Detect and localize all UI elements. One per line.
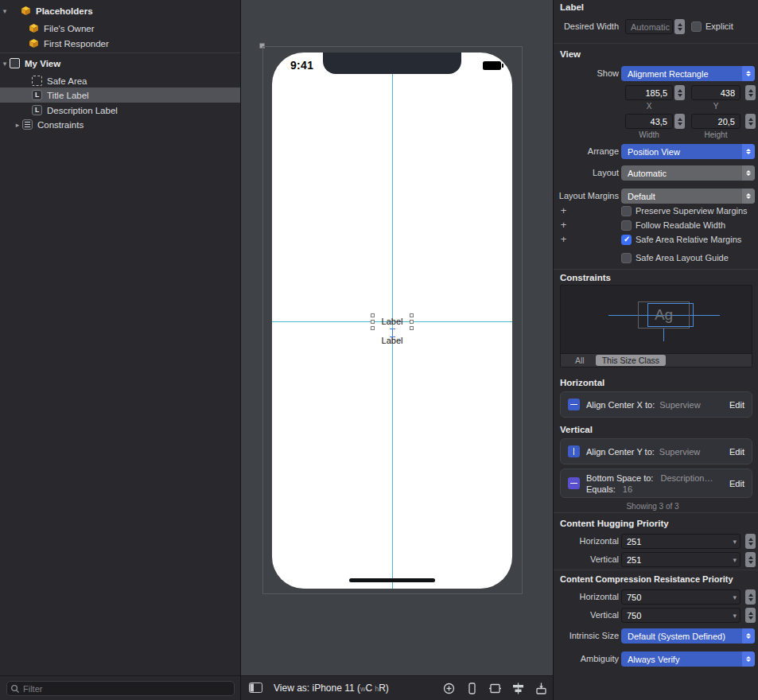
size-inspector: Label Desired Width Automatic Explicit V… xyxy=(553,0,758,700)
intrinsic-size-popup-value: Default (System Defined) xyxy=(628,632,725,641)
follow-readable-width-checkbox[interactable] xyxy=(621,220,632,231)
explicit-checkbox[interactable] xyxy=(691,21,702,32)
compression-horizontal-combo[interactable]: 750 xyxy=(621,589,741,605)
intrinsic-size-popup[interactable]: Default (System Defined) xyxy=(621,628,755,644)
y-stepper[interactable] xyxy=(745,85,756,100)
constraint-filter-tabs: All This Size Class xyxy=(561,353,752,367)
layout-popup[interactable]: Automatic xyxy=(621,165,755,181)
title-label-on-canvas[interactable]: Label xyxy=(375,315,410,328)
label-icon: L xyxy=(32,105,42,115)
section-title-view: View xyxy=(560,49,581,59)
status-bar-time: 9:41 xyxy=(290,59,313,72)
edit-button[interactable]: Edit xyxy=(729,400,744,410)
explicit-label: Explicit xyxy=(706,21,733,31)
align-center-y-icon xyxy=(568,445,580,457)
constraint-bottom-space-line xyxy=(663,329,664,341)
show-popup[interactable]: Alignment Rectangle xyxy=(621,66,755,81)
outline-item-safe-area[interactable]: Safe Area xyxy=(0,73,240,88)
embed-icon[interactable] xyxy=(534,682,548,695)
constraint-row-align-center-x[interactable]: Align Center X to: Superview Edit xyxy=(560,391,752,418)
outline-group-placeholders[interactable]: ▾ Placeholders xyxy=(0,3,240,18)
x-field[interactable]: 185,5 xyxy=(625,85,673,100)
x-sublabel: X xyxy=(625,102,673,111)
xcode-interface-builder-window: ▾ Placeholders File's Owner First Respon… xyxy=(0,0,758,700)
hugging-vertical-stepper[interactable] xyxy=(745,552,756,567)
hugging-vertical-combo[interactable]: 251 xyxy=(621,552,741,567)
desired-width-field[interactable]: Automatic xyxy=(625,19,673,34)
battery-icon xyxy=(483,61,501,70)
outline-item-first-responder[interactable]: First Responder xyxy=(0,36,240,51)
add-margin-trait-button[interactable]: + xyxy=(558,220,569,231)
outline-item-description-label[interactable]: L Description Label xyxy=(0,103,240,118)
constraint-row-align-center-y[interactable]: Align Center Y to: Superview Edit xyxy=(560,438,752,465)
disclosure-down-icon[interactable]: ▾ xyxy=(0,7,10,15)
popup-chevrons-icon xyxy=(742,189,755,204)
zoom-icon[interactable] xyxy=(442,682,456,695)
edit-button[interactable]: Edit xyxy=(729,447,744,457)
selection-handle[interactable] xyxy=(410,313,414,317)
preserve-superview-margins-checkbox[interactable] xyxy=(621,206,632,216)
canvas[interactable]: 9:41 Label Label xyxy=(241,0,553,675)
ambiguity-popup[interactable]: Always Verify xyxy=(621,651,755,667)
showing-count: Showing 3 of 3 xyxy=(554,502,752,511)
follow-readable-width-label: Follow Readable Width xyxy=(636,220,725,230)
view-as-control[interactable]: View as: iPhone 11 (wChR) xyxy=(274,682,389,694)
outline-label: Safe Area xyxy=(47,76,87,86)
add-margin-trait-button[interactable]: + xyxy=(558,235,569,245)
disclosure-right-icon[interactable]: ▸ xyxy=(13,121,22,129)
safe-area-relative-margins-checkbox[interactable] xyxy=(621,235,632,245)
x-stepper[interactable] xyxy=(674,85,685,100)
outline-item-constraints[interactable]: ▸ Constraints xyxy=(0,117,240,132)
update-frames-icon[interactable] xyxy=(488,682,502,695)
y-field[interactable]: 438 xyxy=(691,85,741,100)
trait-w-value: C xyxy=(365,682,372,694)
edit-button[interactable]: Edit xyxy=(729,479,744,488)
compression-vertical-combo[interactable]: 750 xyxy=(621,608,741,623)
filter-input[interactable] xyxy=(23,682,230,695)
filter-field[interactable] xyxy=(6,681,235,696)
tab-this-size-class[interactable]: This Size Class xyxy=(596,355,666,366)
device-bezels-icon[interactable] xyxy=(465,682,479,695)
compression-horizontal-stepper[interactable] xyxy=(745,589,756,605)
hugging-horizontal-combo[interactable]: 251 xyxy=(621,534,741,549)
description-label-on-canvas[interactable]: Label xyxy=(382,336,403,345)
arrange-popup-value: Position View xyxy=(628,147,680,157)
align-center-x-icon xyxy=(568,399,580,410)
constraint-row-bottom-space[interactable]: Bottom Space to: Description… Equals: 16… xyxy=(560,469,752,498)
compression-horizontal-label: Horizontal xyxy=(579,592,619,601)
section-title-hugging: Content Hugging Priority xyxy=(560,519,669,528)
show-popup-value: Alignment Rectangle xyxy=(628,69,709,79)
hugging-horizontal-stepper[interactable] xyxy=(745,534,756,549)
arrange-popup[interactable]: Position View xyxy=(621,144,755,159)
height-stepper[interactable] xyxy=(745,114,756,129)
outline-item-title-label[interactable]: L Title Label xyxy=(0,88,240,103)
outline-label: Constraints xyxy=(37,120,84,130)
outline-filter-bar xyxy=(0,675,241,700)
editor-pane-toggle-icon[interactable] xyxy=(249,682,262,694)
safe-area-layout-guide-checkbox[interactable] xyxy=(621,253,632,263)
height-field[interactable]: 20,5 xyxy=(691,114,741,129)
disclosure-down-icon[interactable]: ▾ xyxy=(0,60,10,68)
constraints-preview[interactable]: Ag All This Size Class xyxy=(560,285,752,368)
outline-item-files-owner[interactable]: File's Owner xyxy=(0,21,240,36)
layout-popup-value: Automatic xyxy=(628,169,667,178)
outline-group-my-view[interactable]: ▾ My View xyxy=(0,56,240,71)
width-stepper[interactable] xyxy=(674,114,685,129)
layout-margins-popup[interactable]: Default xyxy=(621,189,755,204)
group-title-vertical: Vertical xyxy=(560,425,593,434)
selection-handle[interactable] xyxy=(371,326,375,330)
width-field[interactable]: 43,5 xyxy=(625,114,673,129)
desired-width-stepper[interactable] xyxy=(674,19,685,34)
selection-handle[interactable] xyxy=(371,320,375,324)
ambiguity-popup-value: Always Verify xyxy=(628,655,679,664)
add-margin-trait-button[interactable]: + xyxy=(558,206,569,216)
selection-handle[interactable] xyxy=(371,313,375,317)
selection-handle[interactable] xyxy=(410,320,414,324)
outline-label: First Responder xyxy=(44,39,109,49)
align-icon[interactable] xyxy=(511,682,525,695)
tab-all[interactable]: All xyxy=(575,356,585,365)
height-sublabel: Height xyxy=(691,130,741,139)
compression-vertical-stepper[interactable] xyxy=(745,608,756,623)
selection-handle[interactable] xyxy=(410,326,414,330)
iphone-screen[interactable]: 9:41 Label Label xyxy=(272,52,512,589)
